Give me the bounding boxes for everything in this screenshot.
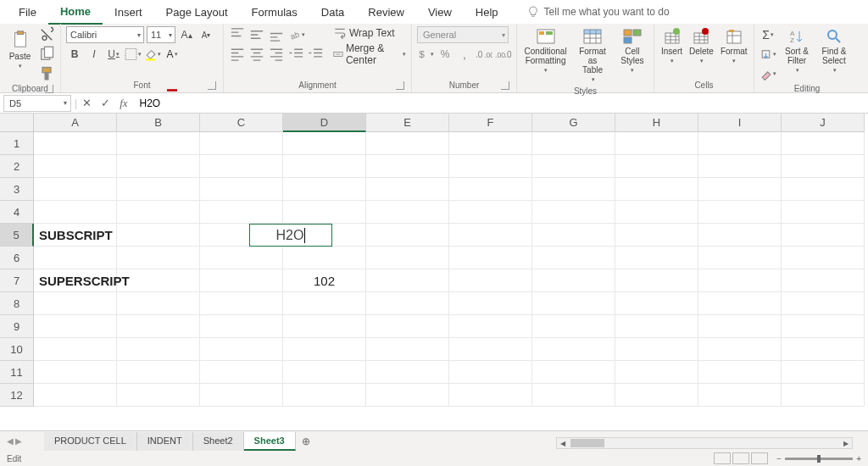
tab-page-layout[interactable]: Page Layout <box>154 1 240 24</box>
sheet-nav-next[interactable]: ▶ <box>15 436 22 446</box>
underline-button[interactable]: U▾ <box>105 46 122 63</box>
cell-J7[interactable] <box>782 269 865 292</box>
wrap-text-button[interactable]: Wrap Text <box>333 26 406 40</box>
cell-I7[interactable] <box>698 269 782 292</box>
cell-H8[interactable] <box>615 292 698 315</box>
cell-B3[interactable] <box>117 178 200 201</box>
cell-F1[interactable] <box>449 132 532 155</box>
cell-D10[interactable] <box>283 338 366 361</box>
cell-I8[interactable] <box>698 292 782 315</box>
row-header-2[interactable]: 2 <box>0 155 34 178</box>
cell-J11[interactable] <box>782 361 865 384</box>
cell-A8[interactable] <box>34 292 117 315</box>
cell-C1[interactable] <box>200 132 283 155</box>
format-painter-button[interactable] <box>38 65 55 82</box>
cell-B9[interactable] <box>117 315 200 338</box>
cell-B12[interactable] <box>117 384 200 407</box>
cell-E4[interactable] <box>366 201 449 224</box>
delete-cells-button[interactable]: Delete▾ <box>687 26 715 66</box>
comma-format-button[interactable]: , <box>456 46 473 63</box>
cell-E8[interactable] <box>366 292 449 315</box>
cell-F7[interactable] <box>449 269 532 292</box>
fill-color-button[interactable]: ▾ <box>144 46 161 63</box>
dialog-launcher-icon[interactable] <box>45 85 53 93</box>
borders-button[interactable]: ▾ <box>125 46 142 63</box>
zoom-slider[interactable]: −+ <box>776 454 861 463</box>
cell-E10[interactable] <box>366 338 449 361</box>
sheet-tab-sheet2[interactable]: Sheet2 <box>193 432 244 451</box>
orientation-button[interactable]: ab▾ <box>288 26 305 43</box>
cell-E2[interactable] <box>366 155 449 178</box>
cell-F3[interactable] <box>449 178 532 201</box>
column-header-C[interactable]: C <box>200 114 283 132</box>
cell-I3[interactable] <box>698 178 782 201</box>
cell-A4[interactable] <box>34 201 117 224</box>
cell-G1[interactable] <box>532 132 615 155</box>
cell-J3[interactable] <box>782 178 865 201</box>
decrease-font-button[interactable]: A▾ <box>198 26 214 43</box>
cell-J8[interactable] <box>782 292 865 315</box>
increase-decimal-button[interactable]: .0.00 <box>476 46 492 63</box>
tab-file[interactable]: File <box>7 1 48 24</box>
cell-F11[interactable] <box>449 361 532 384</box>
tab-review[interactable]: Review <box>356 1 416 24</box>
page-break-view-button[interactable] <box>751 452 768 464</box>
sheet-tab-indent[interactable]: INDENT <box>137 432 193 451</box>
page-layout-view-button[interactable] <box>732 452 749 464</box>
fill-button[interactable]: ▾ <box>760 46 776 63</box>
cell-F9[interactable] <box>449 315 532 338</box>
align-right-button[interactable] <box>268 46 285 63</box>
cell-B10[interactable] <box>117 338 200 361</box>
add-sheet-button[interactable]: ⊕ <box>296 435 316 447</box>
row-header-12[interactable]: 12 <box>0 384 34 407</box>
row-header-4[interactable]: 4 <box>0 201 34 224</box>
italic-button[interactable]: I <box>86 46 103 63</box>
decrease-indent-button[interactable] <box>288 46 305 63</box>
dialog-launcher-icon[interactable] <box>396 81 404 90</box>
column-header-I[interactable]: I <box>698 114 782 132</box>
row-header-9[interactable]: 9 <box>0 315 34 338</box>
cell-F8[interactable] <box>449 292 532 315</box>
cell-G6[interactable] <box>532 247 615 269</box>
find-select-button[interactable]: Find & Select▾ <box>817 26 851 75</box>
tab-home[interactable]: Home <box>48 0 103 25</box>
increase-indent-button[interactable] <box>308 46 325 63</box>
cell-H10[interactable] <box>615 338 698 361</box>
row-header-6[interactable]: 6 <box>0 247 34 269</box>
conditional-formatting-button[interactable]: Conditional Formatting▾ <box>522 26 569 75</box>
cell-I10[interactable] <box>698 338 782 361</box>
increase-font-button[interactable]: A▴ <box>178 26 195 43</box>
align-center-button[interactable] <box>248 46 265 63</box>
row-header-1[interactable]: 1 <box>0 132 34 155</box>
column-header-J[interactable]: J <box>782 114 865 132</box>
sheet-tab-sheet3[interactable]: Sheet3 <box>244 432 296 451</box>
cell-D3[interactable] <box>283 178 366 201</box>
cell-H12[interactable] <box>615 384 698 407</box>
cell-C2[interactable] <box>200 155 283 178</box>
cell-F2[interactable] <box>449 155 532 178</box>
font-name-select[interactable]: Calibri <box>66 26 144 43</box>
cell-H5[interactable] <box>615 224 698 247</box>
column-header-B[interactable]: B <box>117 114 200 132</box>
cell-I2[interactable] <box>698 155 782 178</box>
cell-A12[interactable] <box>34 384 117 407</box>
column-header-F[interactable]: F <box>449 114 532 132</box>
row-header-7[interactable]: 7 <box>0 269 34 292</box>
cell-E9[interactable] <box>366 315 449 338</box>
cell-F12[interactable] <box>449 384 532 407</box>
cell-J10[interactable] <box>782 338 865 361</box>
cell-E5[interactable] <box>366 224 449 247</box>
cell-A10[interactable] <box>34 338 117 361</box>
cell-A6[interactable] <box>34 247 117 269</box>
horizontal-scrollbar[interactable]: ◀▶ <box>556 437 853 449</box>
cell-F6[interactable] <box>449 247 532 269</box>
sheet-nav-prev[interactable]: ◀ <box>7 436 14 446</box>
cell-B6[interactable] <box>117 247 200 269</box>
column-header-A[interactable]: A <box>34 114 117 132</box>
paste-button[interactable]: Paste ▾ <box>5 26 35 71</box>
cell-G11[interactable] <box>532 361 615 384</box>
cell-I9[interactable] <box>698 315 782 338</box>
select-all-corner[interactable] <box>0 114 34 132</box>
dialog-launcher-icon[interactable] <box>501 81 509 90</box>
cell-J6[interactable] <box>782 247 865 269</box>
